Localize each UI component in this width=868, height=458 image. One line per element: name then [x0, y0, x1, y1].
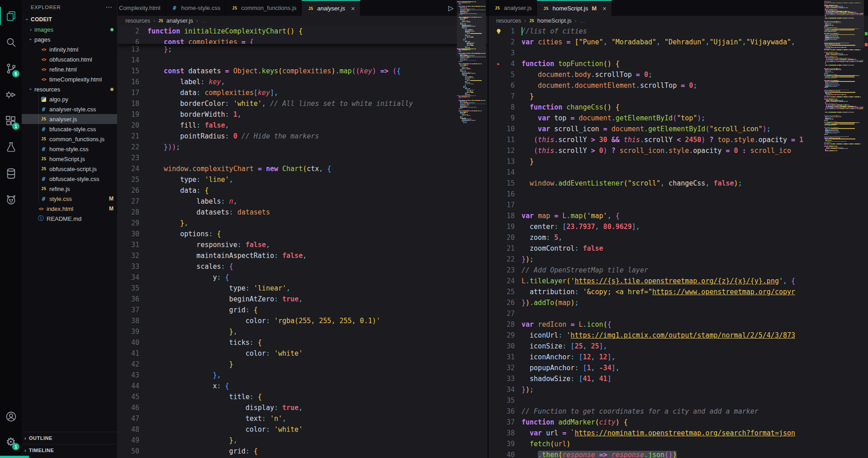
code-line-37[interactable]: 37function addMarker(city) {	[494, 417, 868, 428]
code-line-24[interactable]: 24L.tileLayer('https://{s}.tile.openstre…	[494, 276, 868, 286]
sidebar-folder-images[interactable]: ›images	[22, 24, 117, 34]
tab-common-functions-js[interactable]: JScommon_functions.js	[226, 0, 302, 16]
breadcrumb-folder[interactable]: resources	[496, 18, 521, 24]
code-line-6[interactable]: 6document.documentElement.scrollTop = 0;	[494, 80, 868, 91]
sidebar-item-analyser-style-css[interactable]: #analyser-style.css	[22, 104, 117, 114]
sidebar-folder-pages[interactable]: ›pages	[22, 34, 117, 44]
code-line-18[interactable]: 18borderColor: 'white', // All lines set…	[123, 98, 488, 109]
sidebar-item-readme-md[interactable]: ⓘREADME.md	[22, 214, 117, 224]
sidebar-item-homescript-js[interactable]: JShomeScript.js	[22, 154, 117, 164]
sidebar-item-obfuscate-script-js[interactable]: JSobfuscate-script.js	[22, 164, 117, 174]
code-line-28[interactable]: 28var redIcon = L.icon({	[494, 319, 868, 330]
code-line-21[interactable]: 21zoomControl: false	[494, 243, 868, 254]
tab-homescript-js[interactable]: JShomeScript.jsM×	[537, 0, 612, 16]
activity-item-settings[interactable]: ⚙1	[0, 429, 22, 454]
tab-analyser-js[interactable]: JSanalyser.js×	[302, 0, 360, 16]
breadcrumb-file[interactable]: homeScript.js	[537, 18, 572, 24]
sticky-scroll[interactable]: 2function initializeComplexityChart() {6…	[118, 26, 488, 44]
code-line-34[interactable]: 34y: {	[123, 272, 488, 283]
code-line-30[interactable]: 30iconSize: [25, 25],	[494, 341, 868, 352]
code-line-24[interactable]: 24window.complexityChart = new Chart(ctx…	[123, 163, 488, 174]
timeline-section-header[interactable]: › TIMELINE	[22, 444, 117, 456]
code-line-19[interactable]: 19borderWidth: 1,	[123, 109, 488, 120]
code-line-50[interactable]: 50grid: {	[123, 446, 488, 457]
minimap-slider[interactable]	[457, 13, 486, 57]
sidebar-item-style-css[interactable]: #style.cssM	[22, 194, 117, 204]
minimap-right[interactable]	[824, 0, 864, 458]
code-line-39[interactable]: 39fetch(url)	[494, 439, 868, 449]
code-line-9[interactable]: 9var top = document.getElementById("top"…	[494, 113, 868, 124]
code-line-22[interactable]: 22}));	[123, 142, 488, 153]
code-line-43[interactable]: 43},	[123, 370, 488, 381]
activity-item-assistant[interactable]	[0, 186, 22, 213]
code-line-26[interactable]: 26data: {	[123, 185, 488, 196]
code-line-22[interactable]: 22});	[494, 254, 868, 265]
code-line-11[interactable]: 11(this.scrollY > 30 && this.scrollY < 2…	[494, 134, 868, 145]
code-line-25[interactable]: 25type: 'line',	[123, 174, 488, 185]
code-line-19[interactable]: 19center: [23.7937, 80.9629],	[494, 221, 868, 232]
code-line-6[interactable]: 6const complexities = {	[123, 37, 488, 44]
tab-analyser-js[interactable]: JSanalyser.js	[489, 0, 537, 16]
code-line-5[interactable]: 5document.body.scrollTop = 0;	[494, 69, 868, 80]
code-line-26[interactable]: 26}).addTo(map);	[494, 297, 868, 308]
activity-item-run-debug[interactable]	[0, 81, 22, 108]
code-line-23[interactable]: 23// Add OpenStreetMap tile layer	[494, 265, 868, 276]
activity-item-testing[interactable]	[0, 134, 22, 160]
code-line-10[interactable]: 10var scroll_icon = document.getElementB…	[494, 124, 868, 134]
views-more-actions-button[interactable]: ⋯	[105, 3, 113, 11]
code-line-13[interactable]: 13}	[494, 156, 868, 167]
code-line-21[interactable]: 21pointRadius: 0 // Hide the markers	[123, 131, 488, 142]
lightbulb-icon[interactable]	[494, 28, 503, 35]
code-line-17[interactable]: 17	[494, 200, 868, 210]
code-line-12[interactable]: 12(this.scrollY > 0) ? scroll_icon.style…	[494, 145, 868, 156]
code-line-32[interactable]: 32popupAnchor: [1, -34],	[494, 363, 868, 373]
activity-item-source-control[interactable]: 6	[0, 55, 22, 81]
sidebar-item-index-html[interactable]: <>index.htmlM	[22, 204, 117, 214]
sidebar-item-obfuscate-style-css[interactable]: #obfuscate-style.css	[22, 174, 117, 184]
code-line-44[interactable]: 44x: {	[123, 381, 488, 391]
code-line-15[interactable]: 15window.addEventListener("scroll", chan…	[494, 178, 868, 189]
code-line-20[interactable]: 20fill: false,	[123, 120, 488, 131]
code-line-3[interactable]: 3	[494, 48, 868, 58]
code-line-13[interactable]: 13};	[123, 44, 488, 55]
code-line-31[interactable]: 31responsive: false,	[123, 239, 488, 250]
sidebar-item-bfuscate-style-css[interactable]: #bfuscate-style.css	[22, 124, 117, 134]
minimap-left[interactable]	[457, 0, 486, 458]
sidebar-item-refine-html[interactable]: <>refine.html	[22, 64, 117, 74]
code-line-33[interactable]: 33scales: {	[123, 261, 488, 272]
activity-item-extensions[interactable]: 1	[0, 108, 22, 134]
code-line-36[interactable]: 36// Function to get coordinates for a c…	[494, 406, 868, 417]
close-icon[interactable]: ×	[602, 5, 607, 12]
code-line-49[interactable]: 49},	[123, 435, 488, 446]
code-line-14[interactable]: 14	[123, 55, 488, 66]
code-line-40[interactable]: 40.then(response => response.json())	[494, 449, 868, 458]
sidebar-folder-codeit[interactable]: ›CODEIT	[22, 14, 117, 24]
activity-item-accounts[interactable]	[0, 404, 22, 429]
code-line-29[interactable]: 29},	[123, 218, 488, 229]
code-line-28[interactable]: 28datasets: datasets	[123, 207, 488, 218]
sidebar-item-timecomplexity-html[interactable]: <>timeComplexity.html	[22, 74, 117, 84]
code-line-37[interactable]: 37grid: {	[123, 305, 488, 315]
editor-group-divider[interactable]	[488, 0, 489, 458]
code-line-16[interactable]: 16label: key,	[123, 76, 488, 87]
activity-item-explorer[interactable]	[0, 3, 22, 29]
outline-section-header[interactable]: › OUTLINE	[22, 432, 117, 444]
breadcrumb[interactable]: resources›JShomeScript.js›…	[489, 16, 868, 26]
code-editor-left[interactable]: 2function initializeComplexityChart() {6…	[118, 26, 488, 458]
code-line-14[interactable]: 14	[494, 167, 868, 178]
code-line-38[interactable]: 38color: 'rgba(255, 255, 255, 0.1)'	[123, 315, 488, 326]
code-line-38[interactable]: 38var url = `https://nominatim.openstree…	[494, 428, 868, 439]
code-line-20[interactable]: 20zoom: 5,	[494, 232, 868, 243]
minimap-slider[interactable]	[824, 0, 864, 48]
code-line-35[interactable]: 35	[494, 395, 868, 406]
code-line-33[interactable]: 33shadowSize: [41, 41]	[494, 373, 868, 384]
sidebar-item-obfuscation-html[interactable]: <>obfuscation.html	[22, 54, 117, 64]
code-line-2[interactable]: 2function initializeComplexityChart() {	[123, 26, 488, 37]
code-line-29[interactable]: 29iconUrl: 'https://img1.picmix.com/outp…	[494, 330, 868, 341]
code-line-35[interactable]: 35type: 'linear',	[123, 283, 488, 294]
code-line-1[interactable]: 1//list of cities	[494, 26, 868, 37]
code-line-8[interactable]: 8function changeCss() {	[494, 102, 868, 113]
breadcrumb-file[interactable]: analyser.js	[166, 18, 193, 24]
code-line-4[interactable]: ▶4function topFunction() {	[494, 58, 868, 69]
code-line-18[interactable]: 18var map = L.map('map', {	[494, 210, 868, 221]
